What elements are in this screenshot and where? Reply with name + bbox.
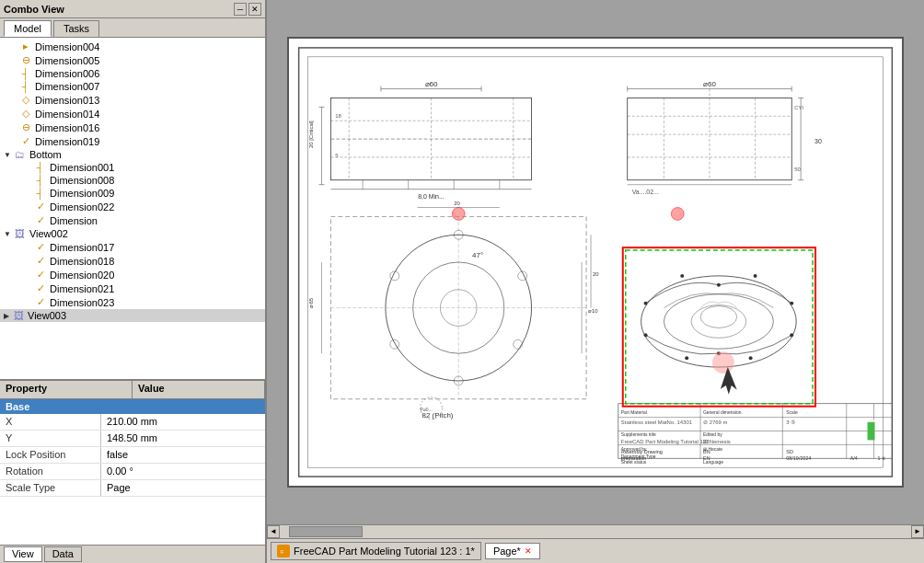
dim-check-icon: ✓: [33, 296, 48, 308]
freecad-task-item[interactable]: F FreeCAD Part Modeling Tutorial 123 : 1…: [271, 542, 481, 560]
svg-text:20: 20: [593, 271, 599, 277]
freecad-tab-label: FreeCAD Part Modeling Tutorial 123 : 1*: [294, 546, 475, 557]
dim-check-icon: ✓: [33, 269, 48, 281]
page-tab[interactable]: Page* ✕: [485, 543, 540, 559]
svg-text:Va....02...: Va....02...: [632, 189, 659, 195]
scroll-left-button[interactable]: ◄: [267, 525, 280, 538]
scroll-thumb[interactable]: [289, 526, 363, 537]
tree-item-label: Dimension017: [50, 242, 114, 253]
svg-point-112: [644, 333, 648, 337]
prop-row[interactable]: Y 148.50 mm: [0, 431, 265, 447]
tree-item[interactable]: ┤Dimension006: [0, 67, 265, 80]
svg-text:20: 20: [454, 201, 460, 206]
tree-item[interactable]: ⊖Dimension005: [0, 53, 265, 67]
right-panel: Part Material Stainless steel MatNo. 143…: [267, 0, 924, 563]
tree-view[interactable]: ▸Dimension004⊖Dimension005┤Dimension006┤…: [0, 38, 265, 379]
svg-point-110: [644, 302, 648, 305]
tree-item[interactable]: ✓Dimension018: [0, 254, 265, 268]
tree-item[interactable]: ✓Dimension021: [0, 282, 265, 295]
dim-circle-icon: ⊖: [18, 121, 33, 133]
tree-item[interactable]: ✓Dimension020: [0, 268, 265, 282]
tree-item[interactable]: ┤Dimension007: [0, 80, 265, 93]
tree-item[interactable]: ✓Dimension023: [0, 295, 265, 309]
svg-text:8,0 Min...: 8,0 Min...: [418, 193, 445, 200]
dim-check-icon: ✓: [33, 255, 48, 267]
svg-rect-0: [290, 39, 902, 486]
svg-text:50: 50: [794, 167, 801, 172]
scroll-right-button[interactable]: ►: [911, 525, 924, 538]
close-button[interactable]: ✕: [248, 3, 261, 16]
tree-expand-arrow[interactable]: ▼: [4, 151, 11, 159]
svg-point-118: [685, 356, 688, 360]
prop-row[interactable]: Rotation 0.00 °: [0, 464, 265, 480]
drawing-area: Part Material Stainless steel MatNo. 143…: [267, 0, 924, 524]
tree-item[interactable]: ✓Dimension017: [0, 240, 265, 254]
tree-item[interactable]: ▶🖼View003: [0, 309, 265, 322]
svg-text:⊞ Nemesis: ⊞ Nemesis: [703, 439, 731, 444]
tree-item[interactable]: ┤Dimension009: [0, 187, 265, 200]
svg-text:1 ⑤: 1 ⑤: [877, 455, 886, 461]
tree-item[interactable]: ▸Dimension004: [0, 40, 265, 53]
dim-vertical-icon: ┤: [18, 68, 33, 79]
tab-tasks[interactable]: Tasks: [53, 20, 99, 37]
svg-text:⊘ 2769 m: ⊘ 2769 m: [703, 419, 728, 425]
tree-item[interactable]: ⊖Dimension016: [0, 121, 265, 134]
svg-text:⌀10: ⌀10: [588, 308, 598, 314]
tree-item[interactable]: ✓Dimension: [0, 213, 265, 227]
svg-text:20 [Critical]: 20 [Critical]: [308, 121, 314, 148]
tree-item-label: Dimension007: [35, 81, 99, 92]
tree-expand-arrow[interactable]: ▶: [4, 312, 9, 320]
prop-row[interactable]: Scale Type Page: [0, 480, 265, 497]
svg-text:⌀65: ⌀65: [308, 297, 314, 307]
svg-text:08/19/2024: 08/19/2024: [786, 455, 811, 461]
property-panel: Property Value Base X 210.00 mm Y 148.50…: [0, 379, 265, 563]
tab-data[interactable]: Data: [44, 546, 82, 562]
prop-row[interactable]: Lock Position false: [0, 447, 265, 464]
svg-text:F: F: [281, 549, 284, 555]
tree-item[interactable]: ┤Dimension001: [0, 161, 265, 174]
tab-model[interactable]: Model: [4, 20, 52, 37]
combo-view-title-bar: Combo View ─ ✕: [0, 0, 265, 18]
svg-text:Part Material: Part Material: [621, 410, 647, 415]
freecad-icon: F: [277, 545, 290, 557]
prop-table: Base X 210.00 mm Y 148.50 mm Lock Positi…: [0, 399, 265, 545]
svg-text:30: 30: [814, 138, 822, 144]
svg-text:Supplements title: Supplements title: [621, 432, 656, 437]
svg-text:18: 18: [335, 113, 341, 119]
tree-expand-arrow[interactable]: ▼: [4, 230, 11, 238]
tree-item-label: Dimension022: [50, 201, 114, 213]
prop-row[interactable]: X 210.00 mm: [0, 414, 265, 431]
dim-angular-icon: ◇: [18, 108, 33, 120]
tree-item[interactable]: ▼🗂Bottom: [0, 148, 265, 161]
svg-text:⌀60: ⌀60: [703, 80, 716, 88]
page-tab-close[interactable]: ✕: [525, 546, 532, 556]
minimize-button[interactable]: ─: [234, 3, 247, 16]
prop-col-value: Value: [133, 381, 265, 398]
tree-item-label: Dimension004: [35, 41, 99, 52]
tree-item-label: Dimension013: [35, 95, 99, 106]
dim-check-icon: ✓: [33, 201, 48, 213]
tab-view[interactable]: View: [4, 546, 42, 562]
tree-item[interactable]: ◇Dimension013: [0, 93, 265, 107]
dim-check-icon: ✓: [33, 214, 48, 226]
combo-tab-bar: Model Tasks: [0, 18, 265, 38]
tree-item[interactable]: ▼🖼View002: [0, 227, 265, 240]
h-scrollbar[interactable]: ◄ ►: [267, 524, 924, 537]
tree-item[interactable]: ✓Dimension022: [0, 200, 265, 213]
dim-vertical-icon: ┤: [18, 81, 33, 92]
prop-value: 0.00 °: [101, 464, 265, 479]
dim-vertical-icon: ┤: [33, 188, 48, 199]
scroll-track: [280, 525, 911, 538]
tree-item-label: Dimension: [50, 215, 98, 226]
tree-item[interactable]: ┤Dimension008: [0, 174, 265, 187]
svg-point-115: [680, 274, 684, 278]
prop-name: Scale Type: [0, 480, 101, 496]
svg-point-37: [671, 207, 684, 220]
drawing-taskbar: F FreeCAD Part Modeling Tutorial 123 : 1…: [267, 537, 924, 563]
tree-item[interactable]: ✓Dimension019: [0, 134, 265, 148]
tree-item[interactable]: ◇Dimension014: [0, 107, 265, 121]
tree-item-label: Dimension019: [35, 136, 99, 147]
page-tab-label: Page*: [493, 546, 521, 557]
prop-col-property: Property: [0, 381, 133, 398]
dim-linear-icon: ▸: [18, 40, 33, 52]
